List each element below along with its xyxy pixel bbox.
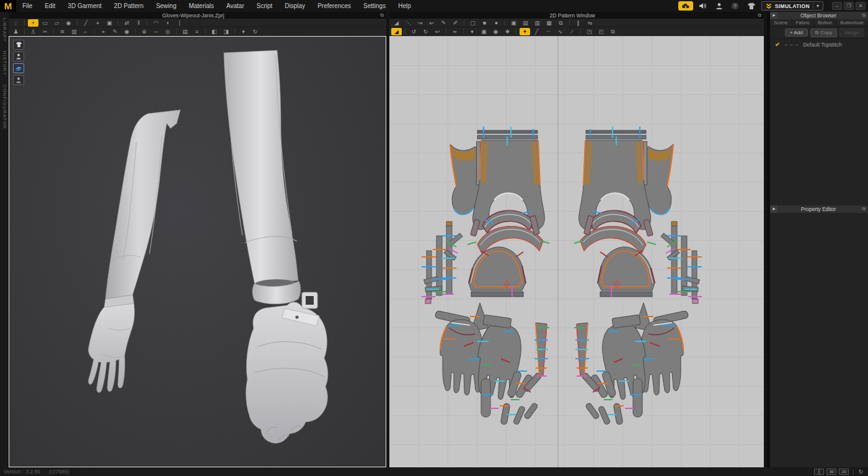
speaker-icon[interactable] — [697, 1, 709, 11]
tab-buttonhole[interactable]: Buttonhole — [836, 19, 868, 26]
select-lasso-icon[interactable]: ▱ — [51, 19, 62, 27]
2d-viewport[interactable] — [389, 36, 764, 467]
pin-tool-icon[interactable]: ⌖ — [98, 28, 108, 35]
image-box-icon[interactable]: ▥ — [532, 19, 542, 27]
dart-icon[interactable]: ▣ — [508, 19, 519, 27]
edit-curve-point-icon[interactable]: ↜ — [427, 19, 437, 27]
sync-garment-icon[interactable]: ⇋ — [585, 19, 595, 27]
help-icon[interactable]: ? — [729, 1, 742, 11]
show-garment-toggle[interactable] — [13, 40, 24, 50]
edit-curvature-icon[interactable]: ↝ — [415, 19, 425, 27]
menu-2d-pattern[interactable]: 2D Pattern — [108, 0, 150, 12]
pattern-canvas[interactable] — [389, 36, 764, 467]
unfold-icon[interactable]: ↺ — [409, 28, 419, 35]
sync-view-icon[interactable]: ↻ — [250, 28, 260, 35]
select-lasso-3d-icon[interactable]: ◗ — [162, 19, 173, 27]
clone-pattern-icon[interactable]: ⧉ — [556, 19, 566, 27]
attach-pin-icon[interactable]: ⌖ — [92, 19, 103, 27]
tab-fabric[interactable]: Fabric — [792, 19, 814, 26]
restore-button[interactable]: ❐ — [844, 2, 854, 10]
right-sleeve-model[interactable] — [224, 50, 301, 304]
pen-3d-icon[interactable]: ╱ — [81, 19, 91, 27]
segment-topstitch-icon[interactable]: ╱ — [531, 28, 542, 35]
copy-button[interactable]: ⧉ Copy — [810, 29, 837, 37]
property-editor-header[interactable]: ➤ Property Editor ⧉ — [770, 205, 868, 213]
scissors-cut-icon[interactable]: ✂ — [40, 28, 50, 35]
rail-tab-library[interactable]: LIBRARY — [2, 18, 7, 42]
simulation-dropdown[interactable]: SIMULATION ▾ — [761, 1, 823, 11]
object-browser-header[interactable]: ➤ Object Browser ⧉ — [770, 12, 868, 19]
pen-polygon-icon[interactable]: ✐ — [450, 19, 461, 27]
layer-back-icon[interactable]: ◨ — [221, 28, 231, 35]
arrangement-points-icon[interactable]: ⇄ — [122, 19, 132, 27]
object-browser-popout-icon[interactable]: ⧉ — [859, 12, 868, 19]
property-editor-popout-icon[interactable]: ⧉ — [859, 206, 868, 212]
menu-preferences[interactable]: Preferences — [311, 0, 357, 12]
fold-icon[interactable]: ↻ — [420, 28, 431, 35]
pattern-set-right[interactable] — [574, 127, 702, 425]
grade-box-b-icon[interactable]: ◰ — [596, 28, 606, 35]
right-glove-model[interactable] — [246, 292, 328, 443]
zipper-tool-icon[interactable]: ─ — [151, 28, 161, 35]
edit-topstitch-icon[interactable]: ✦ — [520, 28, 530, 35]
pattern-box-icon[interactable]: ▦ — [544, 19, 554, 27]
app-logo[interactable]: M — [0, 0, 16, 12]
rail-tab-configurator[interactable]: CONFIGURATOR — [2, 84, 7, 129]
add-point-icon[interactable]: ✎ — [438, 19, 449, 27]
tab-button[interactable]: Button — [814, 19, 836, 26]
rail-tab-history[interactable]: HISTORY — [2, 51, 7, 76]
show-fabric-toggle[interactable] — [13, 63, 24, 73]
seam-line-icon[interactable]: ◎ — [162, 28, 173, 35]
2d-window-titlebar[interactable]: 2D Pattern Window ⧉ — [389, 12, 764, 19]
refresh-view-icon[interactable]: ↻ — [858, 469, 863, 475]
3d-popout-icon[interactable]: ⧉ — [378, 12, 386, 19]
3d-viewport[interactable] — [9, 36, 386, 467]
text-tool-icon[interactable]: ▤ — [520, 19, 531, 27]
rectangle-icon[interactable]: ■ — [479, 19, 490, 27]
cloud-sync-icon[interactable] — [678, 1, 693, 11]
pose-edit-icon[interactable]: ♙ — [28, 28, 38, 35]
topstitch-list-item[interactable]: ✔ – – – Default Topstitch — [770, 39, 868, 50]
xray-joints-icon[interactable]: ▥ — [69, 28, 79, 35]
avatar-show-icon[interactable]: ♟ — [11, 28, 21, 35]
layer-front-icon[interactable]: ◧ — [209, 28, 219, 35]
iron-press-icon[interactable]: ≂ — [450, 28, 460, 35]
texture-edit-icon[interactable]: ≡ — [192, 28, 202, 35]
close-button[interactable]: ✕ — [856, 2, 866, 10]
circle-icon[interactable]: ● — [491, 19, 502, 27]
tape-measure-icon[interactable]: ≋ — [57, 28, 68, 35]
grading-tool-icon[interactable]: ▤ — [180, 28, 190, 35]
select-brush-icon[interactable]: ◉ — [63, 19, 74, 27]
transform-pattern-2d-icon[interactable]: ◢ — [391, 28, 402, 35]
2d-view-button[interactable]: 2D — [839, 469, 849, 475]
panel-collapse-arrow-icon[interactable]: ➤ — [770, 12, 777, 19]
texture-stripe-icon[interactable]: ∥ — [573, 19, 583, 27]
polygon-icon[interactable]: ▢ — [467, 19, 478, 27]
measure-tape-icon[interactable]: ∣ — [174, 19, 185, 27]
pattern-set-left[interactable] — [422, 127, 549, 425]
menu-script[interactable]: Script — [250, 0, 279, 12]
show-sewing-icon[interactable]: ◉ — [490, 28, 501, 35]
transform-pattern-icon[interactable]: ◢ — [391, 19, 402, 27]
select-curve-icon[interactable]: ◠ — [151, 19, 161, 27]
free-topstitch-icon[interactable]: ┄ — [543, 28, 554, 35]
fold-arrangement-icon[interactable]: ⌐ — [81, 28, 91, 35]
show-avatar-toggle[interactable] — [13, 52, 24, 61]
assign-button[interactable]: Assign — [839, 29, 864, 37]
2d-popout-icon[interactable]: ⧉ — [755, 12, 764, 19]
menu-display[interactable]: Display — [278, 0, 311, 12]
tack-on-avatar-icon[interactable]: ▣ — [104, 19, 115, 27]
select-box-icon[interactable]: ▭ — [40, 19, 50, 27]
popout-tool-icon[interactable]: ⧉ — [608, 28, 618, 35]
split-view-button[interactable] — [814, 469, 824, 475]
tack-2d-icon[interactable]: ▣ — [479, 28, 489, 35]
select-move-icon[interactable]: + — [28, 19, 38, 27]
seam-taping-icon[interactable]: ⁄ — [567, 28, 577, 35]
3d-view-button[interactable]: 3D — [826, 469, 836, 475]
minimize-button[interactable]: – — [832, 2, 842, 10]
account-icon[interactable] — [713, 1, 725, 11]
menu-avatar[interactable]: Avatar — [220, 0, 250, 12]
tab-scene[interactable]: Scene — [770, 19, 792, 26]
show-garment-icon[interactable]: ▾ — [467, 28, 477, 35]
3d-render-canvas[interactable] — [9, 37, 386, 467]
